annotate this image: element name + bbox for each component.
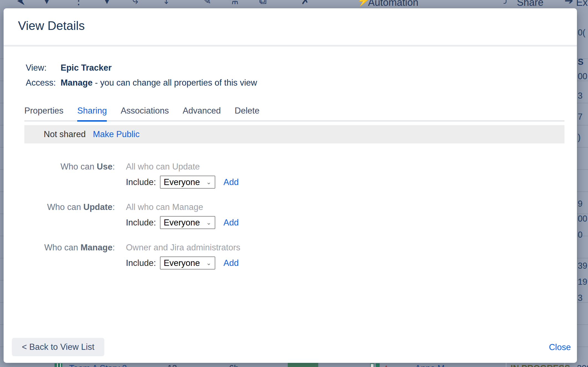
permission-update-row: Who can Update: All who can Manage bbox=[24, 202, 239, 213]
select-value: Everyone bbox=[164, 177, 200, 187]
make-public-link[interactable]: Make Public bbox=[93, 129, 140, 139]
tab-sharing[interactable]: Sharing bbox=[77, 106, 107, 120]
bg-fragment: 0 bbox=[578, 230, 582, 240]
cut-icon: ⤷ bbox=[132, 0, 138, 7]
column-divider bbox=[564, 363, 565, 367]
select-value: Everyone bbox=[164, 258, 200, 268]
label-suffix: : bbox=[112, 162, 115, 171]
view-name: Epic Tracker bbox=[61, 63, 112, 73]
bg-number: 300 bbox=[577, 363, 588, 367]
include-label: Include: bbox=[126, 177, 156, 187]
chevron-down-icon: ⌄ bbox=[206, 260, 211, 267]
label-bold: Manage bbox=[81, 243, 112, 252]
include-label: Include: bbox=[126, 258, 156, 268]
bg-fragment: 3 bbox=[578, 293, 582, 303]
tools-icon: ⚗ bbox=[229, 0, 239, 7]
update-description: All who can Manage bbox=[126, 202, 203, 213]
label-suffix: : bbox=[112, 243, 115, 252]
dialog-title: View Details bbox=[18, 19, 85, 33]
permission-use: Who can Use: All who can Update Include:… bbox=[24, 161, 239, 189]
label-bold: Update bbox=[83, 202, 112, 212]
column-divider bbox=[506, 363, 506, 367]
share-status-banner: Not shared Make Public bbox=[24, 125, 564, 143]
view-row: View:Epic Tracker bbox=[26, 60, 257, 75]
permission-manage: Who can Manage: Owner and Jira administr… bbox=[24, 242, 240, 270]
automation-label: Automation bbox=[368, 0, 418, 8]
tab-delete[interactable]: Delete bbox=[235, 106, 260, 120]
label-prefix: Who can bbox=[44, 243, 81, 252]
view-info: View:Epic Tracker Access:Manage - you ca… bbox=[26, 60, 257, 90]
permission-use-row: Who can Use: All who can Update bbox=[24, 161, 239, 172]
dots-icon: ⋮ bbox=[73, 0, 84, 7]
permission-manage-row: Who can Manage: Owner and Jira administr… bbox=[24, 242, 240, 253]
include-manage-select[interactable]: Everyone ⌄ bbox=[160, 256, 215, 270]
tab-advanced[interactable]: Advanced bbox=[183, 106, 221, 120]
bg-fragment: 7 bbox=[578, 112, 582, 122]
back-to-view-list-button[interactable]: < Back to View List bbox=[12, 338, 104, 356]
who-can-use-label: Who can Use: bbox=[24, 161, 115, 172]
bg-progress-cell bbox=[288, 363, 318, 367]
access-row: Access:Manage - you can change all prope… bbox=[26, 75, 257, 90]
view-details-dialog: View Details View:Epic Tracker Access:Ma… bbox=[4, 8, 577, 363]
scissors-icon: ✗ bbox=[301, 0, 310, 7]
access-label: Access: bbox=[26, 75, 61, 90]
add-manage-link[interactable]: Add bbox=[224, 258, 239, 268]
view-label: View: bbox=[26, 60, 61, 75]
edit-icon: ⤵ bbox=[163, 0, 169, 6]
include-row: Include: Everyone ⌄ Add bbox=[126, 216, 239, 229]
include-row: Include: Everyone ⌄ Add bbox=[126, 176, 239, 189]
include-label: Include: bbox=[126, 218, 156, 228]
dialog-tabs: Properties Sharing Associations Advanced… bbox=[24, 106, 564, 122]
pencil-icon: ✎ bbox=[203, 0, 211, 7]
background-bottom-row: Team A Story 2 12 6h ▲ Anna M. IN PROGRE… bbox=[0, 363, 588, 367]
access-level: Manage bbox=[61, 78, 92, 88]
access-description: - you can change all properties of this … bbox=[92, 78, 257, 88]
close-link[interactable]: Close bbox=[549, 342, 571, 352]
bg-time: 6h bbox=[229, 363, 239, 367]
share-status: Not shared bbox=[44, 129, 86, 139]
bg-fragment: 0( bbox=[578, 28, 586, 38]
export-icon: ➔ bbox=[564, 0, 573, 7]
label-suffix: : bbox=[112, 202, 115, 212]
chevron-down-icon: ⌄ bbox=[206, 219, 211, 226]
who-can-update-label: Who can Update: bbox=[24, 202, 115, 213]
bg-fragment: 39 bbox=[578, 261, 587, 271]
include-update-select[interactable]: Everyone ⌄ bbox=[160, 216, 215, 229]
label-bold: Use bbox=[97, 162, 113, 171]
chevron-down-icon: ⌄ bbox=[206, 179, 211, 186]
share-icon: ⤴ bbox=[503, 0, 508, 6]
tab-associations[interactable]: Associations bbox=[121, 106, 169, 120]
status-flag-icon bbox=[376, 363, 380, 367]
bg-fragment: 3 bbox=[578, 91, 582, 101]
tab-properties[interactable]: Properties bbox=[24, 106, 63, 120]
bg-fragment: S bbox=[578, 57, 584, 67]
priority-up-icon: ▲ bbox=[382, 363, 390, 367]
header-divider bbox=[4, 45, 577, 47]
permission-update: Who can Update: All who can Manage Inclu… bbox=[24, 202, 239, 229]
bg-issue-link: Team A Story 2 bbox=[69, 363, 127, 367]
manage-description: Owner and Jira administrators bbox=[126, 242, 240, 253]
who-can-manage-label: Who can Manage: bbox=[24, 242, 115, 253]
copy-icon: ⧉ bbox=[259, 0, 266, 7]
pin-icon: ▾ bbox=[104, 0, 110, 7]
background-toolbar: ⮜ ▼ ⋮ ▾ ⤷ ⤵ ✎ ⚗ ⧉ ✗ ⚡ Automation ⤴ Share… bbox=[0, 0, 588, 8]
bg-fragment: 9 bbox=[578, 199, 582, 209]
bg-fragment: 00 bbox=[578, 71, 587, 81]
add-update-link[interactable]: Add bbox=[224, 218, 239, 228]
chevron-down-icon: ▼ bbox=[42, 0, 52, 6]
add-use-link[interactable]: Add bbox=[224, 177, 239, 187]
share-label: Share bbox=[517, 0, 543, 8]
use-description: All who can Update bbox=[126, 161, 200, 172]
bg-estimate: 12 bbox=[167, 363, 177, 367]
include-row: Include: Everyone ⌄ Add bbox=[126, 256, 240, 270]
bg-fragment: ) bbox=[578, 132, 581, 142]
bg-fragment: 00 bbox=[578, 214, 587, 224]
label-prefix: Who can bbox=[61, 162, 97, 171]
include-use-select[interactable]: Everyone ⌄ bbox=[160, 176, 215, 189]
background-right-column: 0( S 00 3 7 ) 9 00 0 39 19 3 bbox=[577, 0, 588, 367]
label-prefix: Who can bbox=[47, 202, 83, 212]
bg-assignee: Anna M. bbox=[415, 363, 447, 367]
bg-status: IN PROGRESS bbox=[511, 363, 570, 367]
status-flag-icon bbox=[370, 363, 374, 367]
select-value: Everyone bbox=[164, 218, 200, 228]
